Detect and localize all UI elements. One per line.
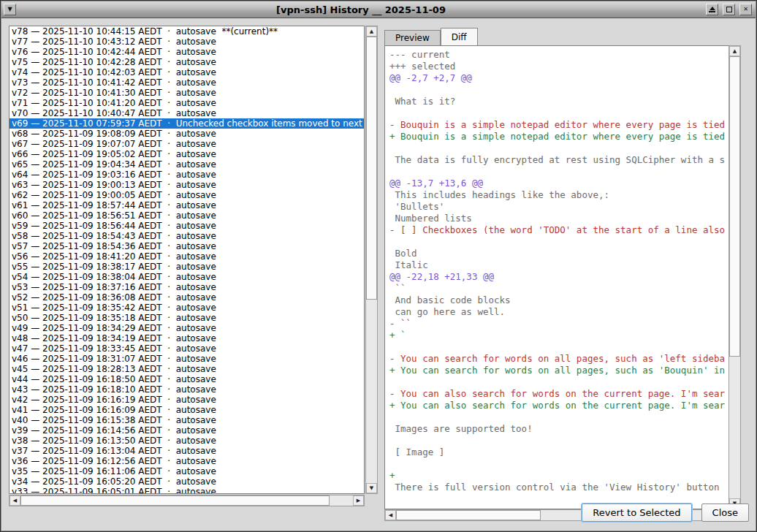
diff-view[interactable]: --- current+++ selected@@ -2,7 +2,7 @@ W… <box>384 45 729 509</box>
list-item[interactable]: v52 — 2025-11-09 18:36:08 AEDT · autosav… <box>9 292 364 303</box>
scrollbar-thumb[interactable] <box>729 56 740 357</box>
list-item[interactable]: v69 — 2025-11-10 07:59:37 AEDT · Uncheck… <box>9 118 364 129</box>
list-item[interactable]: v43 — 2025-11-09 16:18:10 AEDT · autosav… <box>9 384 364 395</box>
list-item[interactable]: v66 — 2025-11-09 19:05:02 AEDT · autosav… <box>9 149 364 159</box>
scroll-down-icon[interactable]: ▼ <box>366 483 377 493</box>
diff-line: 'Bullets' <box>389 201 729 213</box>
list-item[interactable]: v39 — 2025-11-09 16:14:56 AEDT · autosav… <box>9 425 364 436</box>
list-item[interactable]: v42 — 2025-11-09 16:16:19 AEDT · autosav… <box>9 395 364 405</box>
list-item[interactable]: v46 — 2025-11-09 18:31:07 AEDT · autosav… <box>9 354 364 364</box>
diff-line: + You can search for words on all pages,… <box>389 365 729 376</box>
diff-line <box>389 435 729 446</box>
list-item[interactable]: v34 — 2025-11-09 16:05:20 AEDT · autosav… <box>9 476 364 487</box>
list-item[interactable]: v76 — 2025-11-10 10:42:44 AEDT · autosav… <box>9 47 364 57</box>
list-item[interactable]: v77 — 2025-11-10 10:43:12 AEDT · autosav… <box>9 37 364 47</box>
list-item[interactable]: v37 — 2025-11-09 16:13:04 AEDT · autosav… <box>9 446 364 456</box>
list-item[interactable]: v67 — 2025-11-09 19:07:07 AEDT · autosav… <box>9 139 364 149</box>
list-item[interactable]: v59 — 2025-11-09 18:56:44 AEDT · autosav… <box>9 221 364 231</box>
tab-bar: Preview Diff <box>384 28 478 45</box>
version-list[interactable]: v78 — 2025-11-10 10:44:15 AEDT · autosav… <box>9 26 365 494</box>
diff-line <box>389 107 729 119</box>
diff-line: - [ ] Checkboxes (the word 'TODO' at the… <box>389 224 729 236</box>
diff-line: - You can also search for words on the c… <box>389 388 729 400</box>
revert-to-selected-button[interactable]: Revert to Selected <box>582 503 691 522</box>
list-item[interactable]: v71 — 2025-11-10 10:41:20 AEDT · autosav… <box>9 98 364 108</box>
diff-text: --- current+++ selected@@ -2,7 +2,7 @@ W… <box>385 46 729 493</box>
button-bar: Revert to Selected Close <box>582 503 749 522</box>
list-item[interactable]: v61 — 2025-11-09 18:57:44 AEDT · autosav… <box>9 200 364 210</box>
window-menu-button[interactable]: ▼ <box>4 4 16 15</box>
close-window-button[interactable]: ✕ <box>739 4 752 15</box>
list-item[interactable]: v68 — 2025-11-09 19:08:09 AEDT · autosav… <box>9 129 364 139</box>
diff-line: + ` <box>389 330 729 341</box>
menu-icon: ▼ <box>7 7 12 12</box>
diff-line: - Bouquin is a simple notepad editor whe… <box>389 119 729 131</box>
diff-line <box>389 166 729 178</box>
diff-line: - `` <box>389 318 729 330</box>
list-item[interactable]: v51 — 2025-11-09 18:35:42 AEDT · autosav… <box>9 303 364 313</box>
diff-line: Numbered lists <box>389 213 729 224</box>
list-item[interactable]: v49 — 2025-11-09 18:34:29 AEDT · autosav… <box>9 323 364 333</box>
scrollbar-thumb[interactable] <box>366 37 377 300</box>
close-button[interactable]: Close <box>701 503 749 522</box>
list-item[interactable]: v40 — 2025-11-09 16:15:38 AEDT · autosav… <box>9 415 364 425</box>
list-item[interactable]: v53 — 2025-11-09 18:37:16 AEDT · autosav… <box>9 282 364 292</box>
tab-preview[interactable]: Preview <box>384 30 441 45</box>
list-item[interactable]: v48 — 2025-11-09 18:34:19 AEDT · autosav… <box>9 333 364 343</box>
scroll-right-icon[interactable]: ▶ <box>353 495 364 506</box>
diff-line: Images are supported too! <box>389 423 729 435</box>
scroll-up-icon[interactable]: ▲ <box>729 46 740 56</box>
list-item[interactable]: v56 — 2025-11-09 18:41:20 AEDT · autosav… <box>9 251 364 262</box>
version-list-vertical-scrollbar[interactable]: ▲ ▼ <box>365 26 378 494</box>
diff-line <box>389 411 729 423</box>
list-item[interactable]: v74 — 2025-11-10 10:42:03 AEDT · autosav… <box>9 67 364 77</box>
scroll-left-icon[interactable]: ◀ <box>385 510 396 520</box>
scrollbar-thumb[interactable] <box>396 510 541 520</box>
list-item[interactable]: v58 — 2025-11-09 18:54:43 AEDT · autosav… <box>9 231 364 241</box>
title-bar[interactable]: ▼ [vpn-ssh] History __ 2025-11-09 ✕ <box>1 1 756 18</box>
list-item[interactable]: v72 — 2025-11-10 10:41:30 AEDT · autosav… <box>9 88 364 98</box>
list-item[interactable]: v78 — 2025-11-10 10:44:15 AEDT · autosav… <box>9 26 364 37</box>
list-item[interactable]: v38 — 2025-11-09 16:13:50 AEDT · autosav… <box>9 436 364 446</box>
scroll-left-icon[interactable]: ◀ <box>9 495 20 506</box>
version-list-horizontal-scrollbar[interactable]: ◀ ▶ <box>9 495 365 506</box>
list-item[interactable]: v57 — 2025-11-09 18:54:36 AEDT · autosav… <box>9 241 364 251</box>
diff-line: +++ selected <box>389 61 729 72</box>
list-item[interactable]: v55 — 2025-11-09 18:38:17 AEDT · autosav… <box>9 262 364 272</box>
diff-line <box>389 142 729 154</box>
history-window: ▼ [vpn-ssh] History __ 2025-11-09 ✕ v78 … <box>0 0 757 532</box>
list-item[interactable]: v70 — 2025-11-10 10:40:47 AEDT · autosav… <box>9 108 364 118</box>
list-item[interactable]: v36 — 2025-11-09 16:12:56 AEDT · autosav… <box>9 456 364 466</box>
list-item[interactable]: v33 — 2025-11-09 16:05:01 AEDT · autosav… <box>9 487 364 494</box>
diff-vertical-scrollbar[interactable]: ▲ ▼ <box>729 45 741 509</box>
list-item[interactable]: v60 — 2025-11-09 18:56:51 AEDT · autosav… <box>9 210 364 221</box>
diff-line: The data is fully encrypted at rest usin… <box>389 154 729 166</box>
list-item[interactable]: v35 — 2025-11-09 16:11:06 AEDT · autosav… <box>9 466 364 476</box>
list-item[interactable]: v62 — 2025-11-09 19:00:05 AEDT · autosav… <box>9 190 364 200</box>
diff-line <box>389 236 729 248</box>
version-list-frame: v78 — 2025-11-10 10:44:15 AEDT · autosav… <box>9 26 378 506</box>
scrollbar-thumb[interactable] <box>20 495 330 506</box>
diff-line <box>389 376 729 388</box>
list-item[interactable]: v73 — 2025-11-10 10:41:42 AEDT · autosav… <box>9 77 364 88</box>
diff-line: `` <box>389 283 729 294</box>
tab-diff[interactable]: Diff <box>441 28 478 45</box>
diff-line: --- current <box>389 49 729 61</box>
diff-line: There is full version control via the 'V… <box>389 482 729 493</box>
scroll-up-icon[interactable]: ▲ <box>366 26 377 37</box>
list-item[interactable]: v45 — 2025-11-09 18:28:13 AEDT · autosav… <box>9 364 364 374</box>
diff-line: This includes headings like the above,: <box>389 189 729 201</box>
list-item[interactable]: v44 — 2025-11-09 16:18:50 AEDT · autosav… <box>9 374 364 384</box>
list-item[interactable]: v41 — 2025-11-09 16:16:09 AEDT · autosav… <box>9 405 364 415</box>
diff-line: Italic <box>389 259 729 271</box>
list-item[interactable]: v50 — 2025-11-09 18:35:18 AEDT · autosav… <box>9 313 364 323</box>
list-item[interactable]: v47 — 2025-11-09 18:33:45 AEDT · autosav… <box>9 343 364 354</box>
maximize-button[interactable] <box>723 4 735 15</box>
list-item[interactable]: v63 — 2025-11-09 19:00:13 AEDT · autosav… <box>9 180 364 190</box>
list-item[interactable]: v64 — 2025-11-09 19:03:16 AEDT · autosav… <box>9 170 364 180</box>
list-item[interactable]: v65 — 2025-11-09 19:04:34 AEDT · autosav… <box>9 159 364 170</box>
list-item[interactable]: v54 — 2025-11-09 18:38:04 AEDT · autosav… <box>9 272 364 282</box>
list-item[interactable]: v75 — 2025-11-10 10:42:28 AEDT · autosav… <box>9 57 364 67</box>
shade-button[interactable] <box>706 4 718 15</box>
diff-panel: --- current+++ selected@@ -2,7 +2,7 @@ W… <box>384 45 741 521</box>
